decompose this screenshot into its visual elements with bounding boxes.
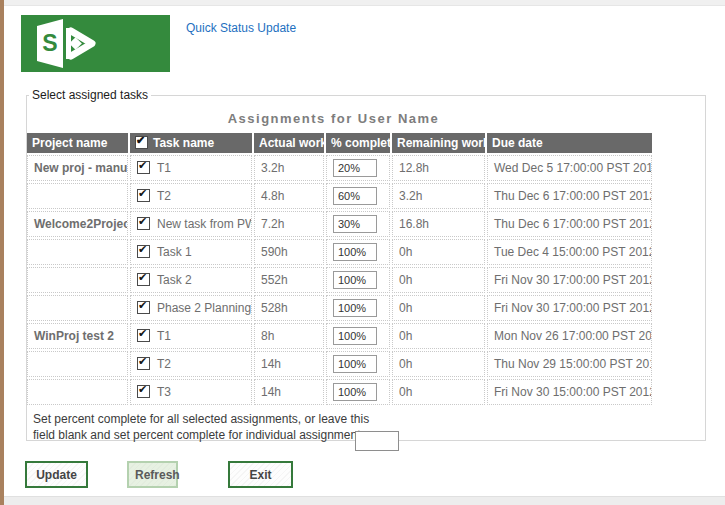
task-name-label: Task 2 — [157, 273, 192, 287]
assignment-row: T2 14h 0h Thu Nov 29 15:00:00 PST 2012 — [27, 351, 652, 377]
assignment-row: WinProj test 2 T1 8h 0h Mon Nov 26 17:00… — [27, 323, 652, 349]
percent-complete-cell — [326, 239, 390, 265]
percent-complete-input[interactable] — [333, 383, 377, 401]
window-top-strip — [4, 0, 725, 6]
task-checkbox[interactable] — [137, 357, 150, 370]
actual-work-cell: 14h — [254, 379, 324, 405]
select-all-checkbox[interactable] — [135, 136, 148, 149]
remaining-work-cell: 3.2h — [392, 183, 485, 209]
remaining-work-cell: 12.8h — [392, 155, 485, 181]
window-bottom-strip — [4, 496, 725, 505]
task-name-label: New task from PWA — [157, 217, 252, 231]
project-name-cell — [27, 351, 128, 377]
task-name-cell: Task 1 — [130, 239, 252, 265]
project-name-cell — [27, 239, 128, 265]
task-name-label: Task 1 — [157, 245, 192, 259]
quick-status-update-window: S Quick Status Update Select assigned ta… — [0, 0, 725, 505]
assignment-row: T2 4.8h 3.2h Thu Dec 6 17:00:00 PST 2012 — [27, 183, 652, 209]
task-checkbox[interactable] — [137, 301, 150, 314]
percent-complete-cell — [326, 183, 390, 209]
task-name-cell: Phase 2 Planning — [130, 295, 252, 321]
due-date-cell: Fri Nov 30 17:00:00 PST 2012 — [487, 267, 652, 293]
due-date-cell: Wed Dec 5 17:00:00 PST 2012 — [487, 155, 652, 181]
column-header-project-name: Project name — [27, 133, 128, 153]
actual-work-cell: 14h — [254, 351, 324, 377]
column-header-remaining-work: Remaining work — [392, 133, 485, 153]
percent-complete-input[interactable] — [333, 187, 377, 205]
percent-complete-input[interactable] — [333, 243, 377, 261]
actual-work-cell: 3.2h — [254, 155, 324, 181]
task-name-label: T1 — [157, 329, 171, 343]
percent-complete-input[interactable] — [333, 327, 377, 345]
due-date-cell: Tue Dec 4 15:00:00 PST 2012 — [487, 239, 652, 265]
due-date-cell: Thu Dec 6 17:00:00 PST 2012 — [487, 211, 652, 237]
percent-complete-cell — [326, 211, 390, 237]
project-name-cell — [27, 379, 128, 405]
actual-work-cell: 8h — [254, 323, 324, 349]
remaining-work-cell: 0h — [392, 323, 485, 349]
column-header-task-name: Task name — [130, 133, 252, 153]
task-name-cell: T1 — [130, 155, 252, 181]
task-name-label: T3 — [157, 385, 171, 399]
percent-complete-input[interactable] — [333, 271, 377, 289]
percent-complete-cell — [326, 295, 390, 321]
svg-text:S: S — [42, 30, 57, 56]
percent-complete-input[interactable] — [333, 215, 377, 233]
task-checkbox[interactable] — [137, 329, 150, 342]
refresh-button[interactable]: Refresh — [127, 461, 178, 488]
task-name-label: T2 — [157, 189, 171, 203]
task-checkbox[interactable] — [137, 385, 150, 398]
percent-complete-input[interactable] — [333, 355, 377, 373]
assignments-tbody: New proj - manual T1 3.2h 12.8h Wed Dec … — [27, 155, 652, 405]
assignment-row: T3 14h 0h Fri Nov 30 15:00:00 PST 2012 — [27, 379, 652, 405]
due-date-cell: Fri Nov 30 15:00:00 PST 2012 — [487, 379, 652, 405]
actual-work-cell: 552h — [254, 267, 324, 293]
task-name-cell: New task from PWA — [130, 211, 252, 237]
percent-complete-input[interactable] — [333, 159, 377, 177]
assignments-table: Project name Task name Actual work % com… — [25, 131, 654, 407]
due-date-cell: Fri Nov 30 17:00:00 PST 2012 — [487, 295, 652, 321]
project-name-cell: WinProj test 2 — [27, 323, 128, 349]
update-button[interactable]: Update — [25, 461, 88, 488]
assignment-row: Task 2 552h 0h Fri Nov 30 17:00:00 PST 2… — [27, 267, 652, 293]
window-left-border — [0, 0, 4, 505]
project-name-cell — [27, 183, 128, 209]
actual-work-cell: 7.2h — [254, 211, 324, 237]
remaining-work-cell: 0h — [392, 239, 485, 265]
task-name-label: T2 — [157, 357, 171, 371]
percent-complete-input[interactable] — [333, 299, 377, 317]
project-name-cell: Welcome2Project — [27, 211, 128, 237]
bulk-percent-input[interactable] — [355, 431, 399, 451]
task-checkbox[interactable] — [137, 161, 150, 174]
table-header-row: Project name Task name Actual work % com… — [27, 133, 652, 153]
project-name-cell — [27, 295, 128, 321]
actual-work-cell: 528h — [254, 295, 324, 321]
task-name-cell: T3 — [130, 379, 252, 405]
task-name-header-label: Task name — [153, 136, 214, 150]
assigned-tasks-fieldset: Select assigned tasks Assignments for Us… — [26, 88, 706, 441]
column-header-due-date: Due date — [487, 133, 652, 153]
remaining-work-cell: 0h — [392, 267, 485, 293]
exit-button[interactable]: Exit — [228, 461, 293, 488]
assignment-row: Phase 2 Planning 528h 0h Fri Nov 30 17:0… — [27, 295, 652, 321]
task-checkbox[interactable] — [137, 245, 150, 258]
task-checkbox[interactable] — [137, 217, 150, 230]
instruction-line-2: field blank and set percent complete for… — [33, 427, 370, 443]
percent-complete-cell — [326, 267, 390, 293]
actual-work-cell: 590h — [254, 239, 324, 265]
remaining-work-cell: 16.8h — [392, 211, 485, 237]
task-name-cell: T1 — [130, 323, 252, 349]
task-name-label: Phase 2 Planning — [157, 301, 251, 315]
percent-complete-cell — [326, 323, 390, 349]
percent-complete-cell — [326, 379, 390, 405]
task-name-label: T1 — [157, 161, 171, 175]
quick-status-update-link[interactable]: Quick Status Update — [186, 21, 296, 35]
actual-work-cell: 4.8h — [254, 183, 324, 209]
task-checkbox[interactable] — [137, 273, 150, 286]
task-checkbox[interactable] — [137, 189, 150, 202]
due-date-cell: Thu Dec 6 17:00:00 PST 2012 — [487, 183, 652, 209]
task-name-cell: Task 2 — [130, 267, 252, 293]
remaining-work-cell: 0h — [392, 351, 485, 377]
instruction-line-1: Set percent complete for all selected as… — [33, 411, 370, 427]
remaining-work-cell: 0h — [392, 295, 485, 321]
